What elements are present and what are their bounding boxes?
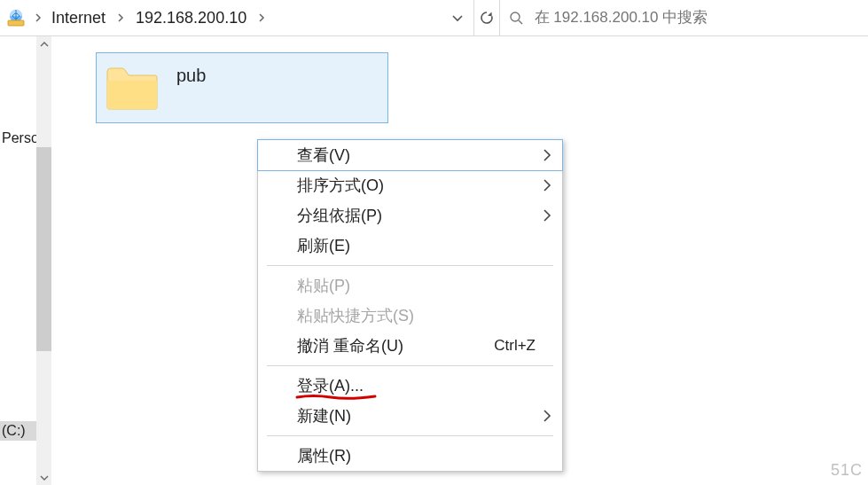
address-bar[interactable]: Internet 192.168.200.10 xyxy=(0,0,474,35)
search-icon xyxy=(509,10,524,26)
menu-shortcut: Ctrl+Z xyxy=(494,337,536,355)
menu-separator xyxy=(267,265,553,266)
menu-label: 撤消 重命名(U) xyxy=(297,335,494,356)
breadcrumb: Internet 192.168.200.10 xyxy=(44,5,268,31)
svg-rect-1 xyxy=(8,20,24,26)
folder-label: pub xyxy=(176,66,206,86)
menu-label: 分组依据(P) xyxy=(297,205,536,226)
menu-item-undo-rename[interactable]: 撤消 重命名(U) Ctrl+Z xyxy=(258,331,562,361)
menu-item-login[interactable]: 登录(A)... xyxy=(258,371,562,401)
chevron-right-icon[interactable] xyxy=(32,13,44,22)
menu-item-new[interactable]: 新建(N) xyxy=(258,401,562,431)
menu-label: 新建(N) xyxy=(297,405,536,426)
svg-point-2 xyxy=(511,12,520,21)
network-location-icon xyxy=(5,7,27,28)
folder-item-pub[interactable]: pub xyxy=(96,52,388,123)
scroll-up-button[interactable] xyxy=(36,36,51,51)
content-pane[interactable]: pub 查看(V) 排序方式(O) 分组依据(P) 刷新(E) 粘贴(P) xyxy=(51,36,868,485)
menu-label: 刷新(E) xyxy=(297,235,536,256)
menu-item-properties[interactable]: 属性(R) xyxy=(258,441,562,471)
menu-separator xyxy=(267,365,553,366)
nav-item-personal[interactable]: Person xyxy=(0,130,36,146)
menu-item-view[interactable]: 查看(V) xyxy=(257,139,563,171)
scroll-down-button[interactable] xyxy=(36,470,51,485)
chevron-right-icon[interactable] xyxy=(114,13,127,22)
scrollbar-thumb[interactable] xyxy=(36,147,51,351)
menu-label: 属性(R) xyxy=(297,445,536,466)
submenu-arrow-icon xyxy=(543,179,551,192)
submenu-arrow-icon xyxy=(543,209,551,222)
menu-label: 查看(V) xyxy=(297,145,536,166)
menu-item-sort[interactable]: 排序方式(O) xyxy=(258,170,562,200)
menu-item-group[interactable]: 分组依据(P) xyxy=(258,200,562,231)
nav-scrollbar[interactable] xyxy=(36,36,51,485)
search-box[interactable] xyxy=(500,0,868,35)
breadcrumb-item-internet[interactable]: Internet xyxy=(44,5,113,31)
menu-item-refresh[interactable]: 刷新(E) xyxy=(258,231,562,261)
address-dropdown-icon[interactable] xyxy=(449,9,466,27)
menu-item-paste: 粘贴(P) xyxy=(258,270,562,301)
navigation-pane: Person (C:) xyxy=(0,36,51,485)
menu-separator xyxy=(267,435,553,436)
menu-label: 粘贴快捷方式(S) xyxy=(297,305,536,326)
address-toolbar: Internet 192.168.200.10 xyxy=(0,0,868,36)
nav-item-drive-c[interactable]: (C:) xyxy=(0,421,36,441)
search-input[interactable] xyxy=(533,8,859,27)
menu-label: 粘贴(P) xyxy=(297,275,536,296)
context-menu: 查看(V) 排序方式(O) 分组依据(P) 刷新(E) 粘贴(P) 粘贴快捷方式… xyxy=(257,139,563,472)
submenu-arrow-icon xyxy=(543,149,551,161)
nav-tree[interactable]: Person (C:) xyxy=(0,36,36,485)
breadcrumb-item-host[interactable]: 192.168.200.10 xyxy=(129,5,254,31)
menu-label: 排序方式(O) xyxy=(297,175,536,196)
menu-label: 登录(A)... xyxy=(297,375,536,396)
folder-icon xyxy=(104,63,160,113)
svg-line-3 xyxy=(519,20,522,24)
chevron-right-icon[interactable] xyxy=(255,13,268,22)
submenu-arrow-icon xyxy=(543,410,551,422)
watermark: 51C xyxy=(831,461,863,480)
refresh-button[interactable] xyxy=(474,0,500,35)
menu-item-paste-shortcut: 粘贴快捷方式(S) xyxy=(258,301,562,331)
